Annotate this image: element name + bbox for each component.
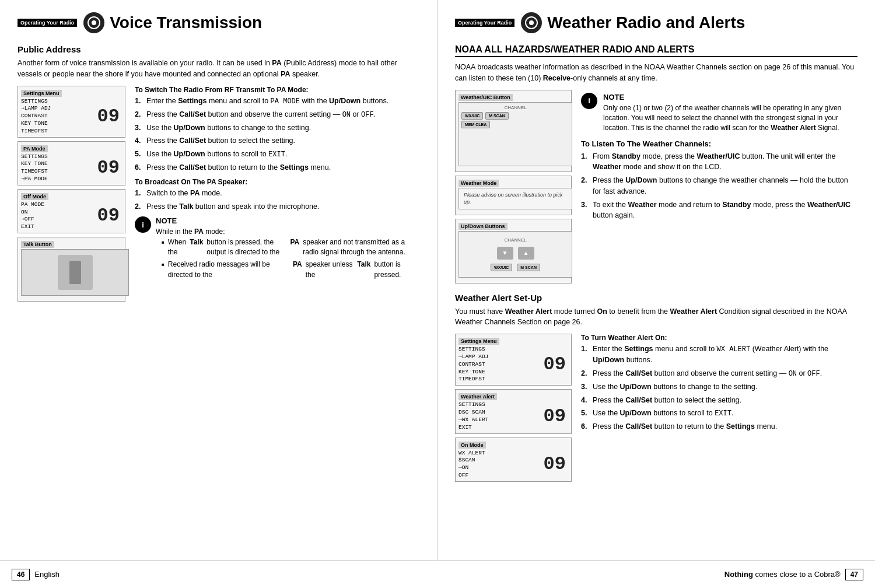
rf-step-4: 4. Press the Call/Set button to select t…	[135, 135, 419, 146]
off-mode-screen: Off Mode PA MODE ON →OFF EXIT 09	[18, 189, 125, 233]
pa-broadcast-title: To Broadcast On The PA Speaker:	[135, 178, 419, 186]
weather-uic-img: CHANNEL WX/UIC M SCAN MEM CLEA	[459, 102, 572, 166]
weather-mode-label: Weather Mode	[459, 180, 499, 187]
right-header: Operating Your Radio Weather Radio and A…	[455, 12, 858, 34]
noaa-intro: NOAA broadcasts weather information as d…	[455, 62, 858, 84]
listen-title: To Listen To The Weather Channels:	[581, 139, 858, 148]
wx-row2: MEM CLEA	[461, 121, 569, 128]
rf-step-3: 3. Use the Up/Down buttons to change to …	[135, 123, 419, 134]
rf-steps-list: 1. Enter the Settings menu and scroll to…	[135, 96, 419, 173]
settings-menu-label: Settings Menu	[21, 90, 62, 97]
rf-step-2-text: Press the Call/Set button and observe th…	[146, 109, 376, 120]
turn-on-step-1: 1. Enter the Settings menu and scroll to…	[581, 344, 858, 366]
right-header-tag: Operating Your Radio	[455, 19, 514, 27]
rf-step-6: 6. Press the Call/Set button to return t…	[135, 162, 419, 173]
on-mode-text: WX ALERT $SCAN →ON OFF	[459, 450, 540, 480]
rf-step-3-num: 3.	[135, 123, 144, 134]
rf-step-6-text: Press the Call/Set button to return to t…	[146, 162, 331, 173]
note-icon-left: i	[135, 216, 151, 233]
talk-button-label: Talk Button	[21, 241, 54, 248]
settings-menu-display: SETTINGS →LAMP ADJ CONTRAST KEY TONE TIM…	[21, 98, 122, 135]
wx-alert-screen: Weather Alert SETTINGS DSC SCAN →WX ALER…	[455, 389, 572, 433]
rf-step-2: 2. Press the Call/Set button and observe…	[135, 109, 419, 120]
rf-step-5-text: Use the Up/Down buttons to scroll to EXI…	[146, 149, 287, 160]
pa-mode-label: PA Mode	[21, 145, 48, 152]
mem-clear-btn: MEM CLEA	[461, 121, 490, 128]
channel-label: CHANNEL	[461, 105, 569, 110]
note-title-left: NOTE	[156, 216, 419, 225]
radio-icon-right	[520, 12, 542, 34]
wx-uic-btn: WX/UIC	[461, 112, 483, 120]
weather-mode-box: Weather Mode Please advise on screen ill…	[455, 176, 572, 215]
on-mode-display: WX ALERT $SCAN →ON OFF 09	[459, 450, 568, 480]
left-page-number: 46	[12, 569, 30, 580]
rf-step-2-num: 2.	[135, 109, 144, 120]
weather-images-col: Weather/UIC Button CHANNEL WX/UIC M SCAN…	[455, 90, 572, 287]
left-page-title: Voice Transmission	[110, 13, 262, 32]
note-text-right: Only one (1) or two (2) of the weather c…	[603, 103, 858, 134]
wx-alert-label: Weather Alert	[459, 393, 497, 400]
note-title-right: NOTE	[603, 93, 858, 102]
section-public-address: Public Address	[18, 44, 419, 54]
listen-step-2: 2. Press the Up/Down buttons to change t…	[581, 175, 858, 197]
footer-brand-text: Nothing comes close to a Cobra®	[724, 570, 841, 579]
turn-on-title: To Turn Weather Alert On:	[581, 334, 858, 342]
alert-settings-text: SETTINGS →LAMP ADJ CONTRAST KEY TONE TIM…	[459, 346, 540, 383]
right-page-number: 47	[845, 569, 863, 580]
rf-step-3-text: Use the Up/Down buttons to change to the…	[146, 123, 311, 134]
footer-left: 46 English	[0, 561, 438, 588]
pa-step-2-text: Press the Talk button and speak into the…	[146, 201, 320, 212]
alert-section-cols: Settings Menu SETTINGS →LAMP ADJ CONTRAS…	[455, 334, 858, 485]
updown-buttons: ▼ ▲	[497, 247, 534, 260]
talk-button-box: Talk Button	[18, 237, 125, 302]
talk-btn-shape	[69, 261, 81, 284]
off-mode-label: Off Mode	[21, 193, 48, 200]
left-page: Operating Your Radio Voice Transmission …	[0, 0, 438, 560]
pa-mode-screen: PA Mode SETTINGS KEY TONE TIMEOFST →PA M…	[18, 141, 125, 186]
footer-brand-suffix: comes close to a Cobra®	[755, 570, 840, 579]
left-header-tag: Operating Your Radio	[18, 19, 77, 27]
updown-img: CHANNEL ▼ ▲ WX/UIC M SCAN	[459, 231, 572, 278]
listen-steps-list: 1. From Standby mode, press the Weather/…	[581, 151, 858, 222]
footer-nothing-text: Nothing	[724, 570, 753, 579]
rf-step-5: 5. Use the Up/Down buttons to scroll to …	[135, 149, 419, 160]
rf-step-5-num: 5.	[135, 149, 144, 160]
left-header: Operating Your Radio Voice Transmission	[18, 12, 419, 34]
updown-channel-label: CHANNEL	[504, 237, 526, 243]
on-mode-label: On Mode	[459, 442, 486, 449]
weather-uic-label: Weather/UIC Button	[459, 94, 513, 101]
noaa-section-title: NOAA All Hazards/Weather Radio And Alert…	[455, 44, 858, 57]
on-mode-number: 09	[541, 450, 568, 480]
up-btn: ▲	[518, 247, 534, 260]
rf-section-title: To Switch The Radio From RF Transmit To …	[135, 86, 419, 94]
turn-on-step-3: 3. Use the Up/Down buttons to change to …	[581, 382, 858, 393]
turn-on-step-5: 5. Use the Up/Down buttons to scroll to …	[581, 408, 858, 419]
settings-menu-screen: Settings Menu SETTINGS →LAMP ADJ CONTRAS…	[18, 86, 125, 138]
pa-step-1-text: Switch to the PA mode.	[146, 188, 222, 199]
listen-step-1: 1. From Standby mode, press the Weather/…	[581, 151, 858, 173]
right-page-title: Weather Radio and Alerts	[547, 13, 745, 32]
alert-intro: You must have Weather Alert mode turned …	[455, 306, 858, 328]
note-bullets-left: When the Talk button is pressed, the out…	[156, 237, 419, 281]
rf-step-1: 1. Enter the Settings menu and scroll to…	[135, 96, 419, 107]
right-page: Operating Your Radio Weather Radio and A…	[438, 0, 875, 560]
pa-step-2-num: 2.	[135, 201, 144, 212]
updown-box: Up/Down Buttons CHANNEL ▼ ▲ WX/UIC M SCA…	[455, 219, 572, 284]
svg-point-5	[529, 20, 534, 25]
alert-images-col: Settings Menu SETTINGS →LAMP ADJ CONTRAS…	[455, 334, 572, 485]
weather-btn-inner: CHANNEL WX/UIC M SCAN MEM CLEA	[459, 103, 572, 132]
rf-section: Settings Menu SETTINGS →LAMP ADJ CONTRAS…	[18, 86, 419, 306]
updown-label: Up/Down Buttons	[459, 223, 508, 230]
rf-step-6-num: 6.	[135, 162, 144, 173]
settings-menu-text: SETTINGS →LAMP ADJ CONTRAST KEY TONE TIM…	[21, 98, 93, 135]
footer-right: Nothing comes close to a Cobra® 47	[438, 561, 875, 588]
alert-settings-display: SETTINGS →LAMP ADJ CONTRAST KEY TONE TIM…	[459, 346, 568, 383]
wx-scan-row: WX/UIC M SCAN	[491, 264, 540, 271]
m-scan-btn2: M SCAN	[517, 264, 540, 271]
footer-language: English	[34, 570, 60, 579]
note-content-left: NOTE While in the PA mode: When the Talk…	[156, 216, 419, 285]
rf-step-4-text: Press the Call/Set button to select the …	[146, 135, 295, 146]
settings-menu-number: 09	[95, 98, 122, 135]
pa-mode-display: SETTINGS KEY TONE TIMEOFST →PA MODE 09	[21, 153, 122, 183]
wx-alert-text: SETTINGS DSC SCAN →WX ALERT EXIT	[459, 401, 540, 431]
